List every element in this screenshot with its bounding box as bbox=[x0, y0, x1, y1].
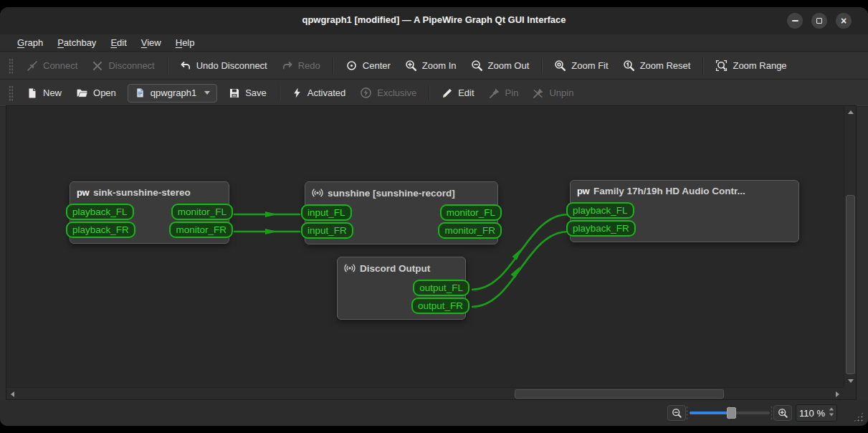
port-monitor-fr[interactable]: monitor_FR bbox=[169, 222, 233, 238]
zoom-out-icon bbox=[672, 408, 682, 419]
redo-button[interactable]: Redo bbox=[275, 55, 328, 77]
spinbox-arrows[interactable] bbox=[829, 407, 834, 417]
spin-down-icon bbox=[829, 414, 834, 417]
zoom-in-button[interactable]: Zoom In bbox=[398, 55, 464, 77]
connect-button[interactable]: Connect bbox=[19, 55, 85, 77]
save-label: Save bbox=[245, 87, 267, 98]
redo-label: Redo bbox=[298, 60, 320, 71]
open-button[interactable]: Open bbox=[69, 82, 123, 104]
horizontal-scrollbar[interactable] bbox=[6, 387, 844, 399]
chevron-down-icon bbox=[204, 91, 210, 95]
statusbar-zoom-in-button[interactable] bbox=[773, 405, 792, 421]
app-window: qpwgraph1 [modified] — A PipeWire Graph … bbox=[0, 7, 868, 426]
exclusive-button[interactable]: Exclusive bbox=[353, 82, 424, 104]
menu-patchbay[interactable]: Patchbay bbox=[50, 36, 103, 49]
port-input-fl[interactable]: input_FL bbox=[301, 204, 352, 221]
node-family-hd-audio[interactable]: pw Family 17h/19h HD Audio Contr... play… bbox=[570, 180, 799, 242]
patchbay-selector[interactable]: qpwgraph1 bbox=[128, 84, 217, 103]
menu-help[interactable]: Help bbox=[168, 36, 202, 49]
window-resize-grip[interactable] bbox=[853, 411, 864, 422]
center-button[interactable]: Center bbox=[338, 55, 398, 77]
activated-button[interactable]: Activated bbox=[285, 82, 353, 104]
node-title: sunshine [sunshine-record] bbox=[328, 188, 455, 199]
edit-label: Edit bbox=[458, 87, 474, 98]
slider-tick bbox=[771, 406, 772, 419]
zoom-fit-icon bbox=[554, 60, 566, 72]
pin-button[interactable]: Pin bbox=[482, 82, 526, 104]
zoom-reset-button[interactable]: Zoom Reset bbox=[616, 55, 698, 77]
arrow-down-icon bbox=[848, 379, 854, 383]
maximize-button[interactable] bbox=[811, 13, 827, 29]
vertical-scrollbar-thumb[interactable] bbox=[846, 195, 855, 374]
port-playback-fl[interactable]: playback_FL bbox=[66, 204, 134, 220]
zoom-slider[interactable] bbox=[690, 405, 770, 421]
new-button[interactable]: New bbox=[19, 82, 69, 104]
node-discord-output[interactable]: Discord Output output_FL output_FR bbox=[337, 257, 466, 320]
patchbay-file-icon bbox=[135, 87, 146, 98]
zoom-range-button[interactable]: Zoom Range bbox=[708, 55, 793, 77]
exclusive-label: Exclusive bbox=[377, 87, 416, 98]
unpin-icon bbox=[533, 87, 544, 99]
close-icon: × bbox=[841, 16, 846, 26]
port-monitor-fr[interactable]: monitor_FR bbox=[438, 222, 502, 239]
port-output-fr[interactable]: output_FR bbox=[411, 298, 469, 314]
menu-bar: Graph Patchbay Edit View Help bbox=[0, 34, 868, 52]
zoom-percent-spinbox[interactable]: 110 % bbox=[796, 404, 837, 422]
minimize-icon bbox=[792, 20, 798, 22]
disconnect-button[interactable]: Disconnect bbox=[85, 55, 161, 77]
menu-graph[interactable]: Graph bbox=[10, 36, 50, 49]
scroll-left-button[interactable] bbox=[6, 388, 19, 400]
open-folder-icon bbox=[76, 87, 88, 99]
toolbar-separator bbox=[541, 58, 542, 74]
vertical-scrollbar[interactable] bbox=[844, 106, 856, 387]
scroll-down-button[interactable] bbox=[844, 375, 857, 387]
graph-canvas[interactable]: pw sink-sunshine-stereo playback_FL moni… bbox=[6, 106, 844, 387]
patchbay-selector-value: qpwgraph1 bbox=[151, 87, 196, 98]
scroll-right-button[interactable] bbox=[831, 388, 844, 400]
toolbar-drag-handle[interactable] bbox=[9, 85, 14, 101]
minimize-button[interactable] bbox=[787, 13, 803, 29]
node-sunshine[interactable]: sunshine [sunshine-record] input_FL moni… bbox=[305, 181, 498, 244]
port-playback-fl[interactable]: playback_FL bbox=[566, 202, 634, 219]
zoom-out-button[interactable]: Zoom Out bbox=[464, 55, 537, 77]
node-sink-sunshine-stereo[interactable]: pw sink-sunshine-stereo playback_FL moni… bbox=[70, 181, 229, 244]
unpin-button[interactable]: Unpin bbox=[525, 82, 581, 104]
port-output-fl[interactable]: output_FL bbox=[413, 280, 469, 296]
disconnect-icon bbox=[92, 60, 103, 72]
statusbar-zoom-out-button[interactable] bbox=[667, 405, 686, 421]
toolbar-separator bbox=[702, 58, 703, 74]
menu-view[interactable]: View bbox=[134, 36, 168, 49]
slider-tick bbox=[687, 406, 687, 419]
new-label: New bbox=[43, 87, 62, 98]
edit-button[interactable]: Edit bbox=[434, 82, 481, 104]
port-input-fr[interactable]: input_FR bbox=[301, 222, 353, 239]
zoom-slider-fill bbox=[690, 411, 730, 414]
port-playback-fr[interactable]: playback_FR bbox=[66, 222, 135, 238]
zoom-percent-value: 110 % bbox=[799, 408, 825, 419]
pipewire-icon: pw bbox=[577, 186, 589, 196]
zoom-out-icon bbox=[471, 60, 483, 72]
spin-up-icon bbox=[829, 408, 834, 411]
graph-toolbar: Connect Disconnect Undo Disconnect Redo … bbox=[0, 52, 868, 80]
port-playback-fr[interactable]: playback_FR bbox=[566, 220, 636, 237]
node-header: Discord Output bbox=[338, 257, 465, 278]
port-monitor-fl[interactable]: monitor_FL bbox=[440, 204, 502, 221]
zoom-reset-icon bbox=[623, 60, 635, 72]
save-button[interactable]: Save bbox=[221, 82, 274, 104]
undo-button[interactable]: Undo Disconnect bbox=[173, 55, 275, 77]
scrollbar-corner bbox=[844, 387, 856, 399]
undo-label: Undo Disconnect bbox=[196, 60, 267, 71]
port-monitor-fl[interactable]: monitor_FL bbox=[171, 204, 233, 220]
arrow-up-icon bbox=[848, 110, 854, 114]
toolbar-separator bbox=[279, 85, 280, 101]
horizontal-scrollbar-thumb[interactable] bbox=[515, 389, 724, 399]
scroll-up-button[interactable] bbox=[844, 106, 857, 118]
toolbar-drag-handle[interactable] bbox=[9, 58, 14, 74]
close-button[interactable]: × bbox=[836, 13, 852, 29]
menu-edit[interactable]: Edit bbox=[103, 36, 133, 49]
center-label: Center bbox=[363, 60, 391, 71]
zoom-in-icon bbox=[778, 408, 788, 419]
arrow-left-icon bbox=[11, 391, 14, 397]
zoom-fit-button[interactable]: Zoom Fit bbox=[547, 55, 615, 77]
zoom-slider-handle[interactable] bbox=[727, 407, 736, 419]
